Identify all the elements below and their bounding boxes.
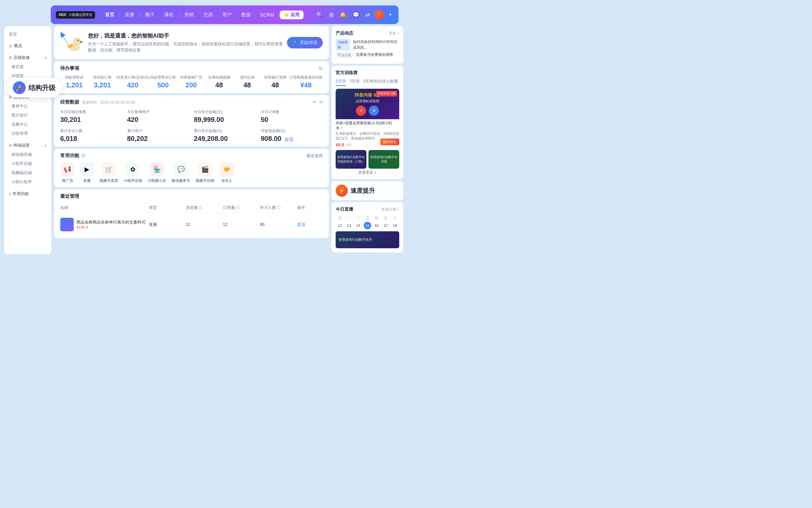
sidebar: 首页 ⊞ 概况 ⊟ 店铺装修 ∧ 微页面 详情 [4, 26, 51, 254]
cal-day-14[interactable]: 14 [355, 222, 362, 229]
nav-live[interactable]: 直播 [120, 12, 139, 18]
sidebar-section-terminal: ⊟ 终端设置 ∧ 移动端店铺 小程序店铺 电脑端店铺 小鹊小程序 [4, 140, 51, 188]
nav-course[interactable]: 课程 [159, 12, 178, 18]
training-mini-card-1[interactable]: 管理咨询行业数字化升级 [368, 150, 399, 169]
product-details: 商品名称商品名称单行展示的文案样式 ¥199.9 [76, 220, 145, 229]
product-thumbnail [60, 218, 74, 231]
cal-day-16[interactable]: 16 [373, 222, 380, 229]
ai-mascot [60, 31, 84, 55]
search-icon[interactable]: 🔍 [315, 10, 324, 19]
todo-item-promoter[interactable]: 待审核推广员 200 [177, 75, 205, 89]
miniprogram-store-icon: ✿ [126, 162, 140, 176]
news-more[interactable]: 更多 > [389, 31, 399, 36]
func-item-xiaoquet-shop[interactable]: 🏪 小鹊通小店 [148, 162, 166, 183]
sidebar-item-group[interactable]: 分组管理 [4, 129, 51, 138]
top-nav: XED 小鹊通运营学堂 首页 | 直播 | 圈子 课程 | 营销 交易 用户 数… [51, 5, 399, 24]
cal-day-15-today[interactable]: 15 [364, 222, 371, 229]
pin-button[interactable]: 置顶 [297, 222, 323, 228]
layout-icon[interactable]: ⊞ [328, 10, 335, 19]
nav-scrm[interactable]: SCRM [255, 12, 279, 18]
upgrade-badge: 🚀 结构升级 [7, 78, 62, 98]
stats-time: 更新时间：2023-10-20 00:00:00 [82, 100, 135, 105]
breadcrumb: 首页 [4, 29, 51, 40]
todo-item-pending-payment[interactable]: 待付款订单 3,201 [88, 75, 116, 89]
message-icon[interactable]: 💬 [351, 10, 361, 19]
nav-trade[interactable]: 交易 [199, 12, 218, 18]
refresh-icon[interactable]: ⇄ [364, 10, 371, 19]
nav-apps[interactable]: 🌟 应用 [280, 10, 303, 19]
stats-section: 经营数据 更新时间：2023-10-20 00:00:00 👁 ⚙ 今日店铺访客… [54, 95, 329, 147]
todo-item-violation[interactable]: 违约记录 48 [233, 75, 261, 89]
sidebar-item-mobile[interactable]: 移动端店铺 [4, 150, 51, 159]
cal-day-13[interactable]: 13 [345, 222, 353, 229]
sidebar-overview-header[interactable]: ⊞ 概况 [4, 41, 51, 50]
func-item-video-dist[interactable]: 🎬 视频号分销 [196, 162, 214, 183]
sidebar-terminal-header[interactable]: ⊟ 终端设置 ∧ [4, 141, 51, 150]
ai-start-button[interactable]: 🚀 开始对话 [287, 37, 323, 48]
func-item-partner[interactable]: 🤝 合伙人 [220, 162, 234, 183]
sidebar-item-xiaoquemp[interactable]: 小鹊小程序 [4, 177, 51, 187]
todo-item-aftersale[interactable]: 待处理售后订单 500 [149, 75, 177, 89]
col-action: 操作 [297, 205, 323, 211]
table-row: 商品名称商品名称单行展示的文案样式 ¥199.9 直播 12 12 90 置顶 [60, 215, 323, 234]
functions-section: 常用功能 ⓘ 最近使用 📢 推广员 ▶ 直播 🛒 [54, 149, 329, 187]
sidebar-item-imagedesign[interactable]: 图片设计 [4, 111, 51, 120]
sidebar-item-micropages[interactable]: 微页面 [4, 62, 51, 71]
chevron-icon: ∧ [44, 56, 47, 60]
sidebar-store-header[interactable]: ⊟ 店铺装修 ∧ [4, 53, 51, 62]
partner-icon: 🤝 [220, 162, 234, 176]
todo-grid: 待处理投诉 1,201 待付款订单 3,201 待发货订单(近30天) 420 … [60, 75, 323, 89]
notification-icon[interactable]: 🔔 [338, 10, 348, 19]
product-price: ¥199.9 [76, 225, 145, 229]
cal-day-18[interactable]: 18 [391, 222, 399, 229]
cal-header-mon: 一 [345, 215, 353, 221]
news-header: 产品动态 更多 > [336, 30, 399, 36]
cal-day-17[interactable]: 17 [382, 222, 389, 229]
func-item-live[interactable]: ▶ 直播 [80, 162, 94, 183]
tab-7day[interactable]: 7天营 [349, 79, 360, 86]
settings-icon[interactable]: ⚙ [318, 66, 323, 71]
todo-item-order-payment[interactable]: 订货商规提规待付款 ¥48 [289, 75, 323, 89]
training-mini-card-0[interactable]: 管理咨询行业数字化升级训练营（三期） [336, 150, 366, 169]
live-history[interactable]: 查看往期 > [381, 207, 399, 212]
func-item-wechat-service[interactable]: 💬 微信服务号 [172, 162, 190, 183]
live-calendar: 日 一 二 三 四 五 六 12 13 14 15 16 17 18 [336, 215, 399, 229]
video-sell-icon: 🛒 [102, 162, 116, 176]
training-badge: 抖音内容 5册 [376, 91, 397, 97]
news-tag-1: 平台公告 [336, 52, 353, 58]
sidebar-section-common: ≡ 常用功能 [4, 188, 51, 200]
todo-item-merchant[interactable]: 待审核订货商 48 [261, 75, 289, 89]
settings-icon-2[interactable]: ⚙ [319, 100, 323, 105]
nav-circle[interactable]: 圈子 [140, 12, 159, 18]
todo-item-complaint[interactable]: 待处理投诉 1,201 [60, 75, 88, 89]
nav-marketing[interactable]: 营销 [180, 12, 199, 18]
sidebar-item-miniprogram[interactable]: 小程序店铺 [4, 159, 51, 168]
live-preview[interactable]: 管理咨询行业数字化升 [336, 231, 399, 248]
enroll-button[interactable]: 截此报名 [380, 139, 399, 145]
todo-item-intercept[interactable]: 交易拉截提醒 48 [205, 75, 233, 89]
sidebar-store-label: 店铺装修 [14, 55, 30, 61]
func-item-video-sell[interactable]: 🛒 视频号卖货 [99, 162, 118, 183]
stat-payment: 今日支付金额(元) 89,999.00 [194, 109, 256, 124]
withdraw-button[interactable]: 提现 [285, 137, 293, 142]
todo-item-ship[interactable]: 待发货订单(近30天) 420 [116, 75, 149, 89]
cal-day-12[interactable]: 12 [336, 222, 344, 229]
nav-user[interactable]: 用户 [218, 12, 236, 18]
sidebar-item-material[interactable]: 素材中心 [4, 102, 51, 111]
func-item-promoter[interactable]: 📢 推广员 [60, 162, 74, 183]
product-news-widget: 产品动态 更多 > 功能更新 如何高效的利用碎片时间完成系统... 平台公告 流… [332, 26, 403, 64]
see-more-link[interactable]: 查看更多 > [336, 170, 399, 175]
tab-intro[interactable]: 3天带你玩转小鹊通 [363, 79, 398, 86]
sidebar-common-header[interactable]: ≡ 常用功能 [4, 189, 51, 198]
nav-data[interactable]: 数据 [236, 12, 255, 18]
functions-header: 常用功能 ⓘ 最近使用 [60, 153, 323, 159]
chevron-down-icon[interactable]: ▼ [387, 12, 393, 18]
tab-3day[interactable]: 3天营 [336, 79, 346, 86]
nav-home[interactable]: 首页 [100, 12, 119, 18]
avatar[interactable]: T [375, 10, 384, 20]
sidebar-item-pc[interactable]: 电脑端店铺 [4, 168, 51, 177]
ai-desc: 作为一个人工智能助手，我可以回答您的问题，完成您的指令，协助您更轻松进行店铺经营… [88, 41, 283, 53]
func-item-miniprogram-store[interactable]: ✿ 小程序店铺 [123, 162, 142, 183]
eye-icon[interactable]: 👁 [312, 100, 316, 105]
sidebar-item-traffic[interactable]: 流量中心 [4, 120, 51, 129]
